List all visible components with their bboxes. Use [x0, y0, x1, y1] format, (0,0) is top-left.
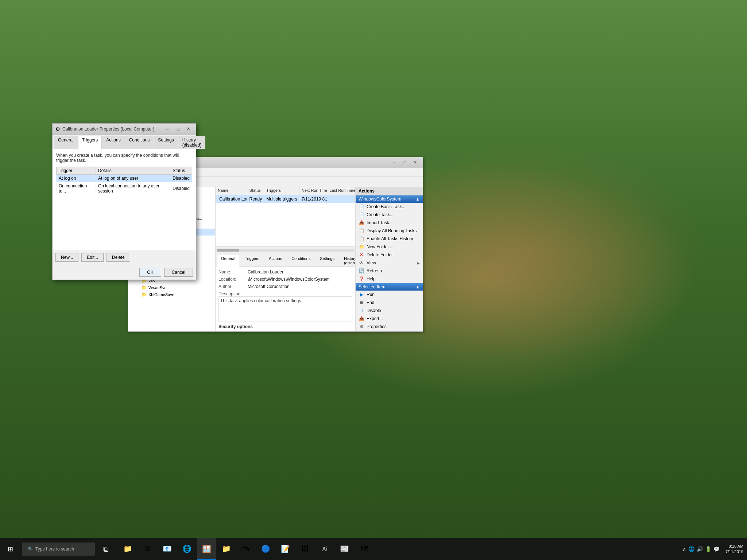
dialog-tab-triggers[interactable]: Triggers — [78, 136, 102, 149]
table-row[interactable]: Calibration Loader Ready Multiple trigge… — [216, 195, 355, 203]
tab-general[interactable]: General — [217, 255, 239, 267]
taskbar-app-maps[interactable]: 🗺 — [355, 538, 374, 560]
action-run[interactable]: ▶ Run — [356, 291, 423, 299]
tab-history[interactable]: History (disabled) — [340, 255, 355, 266]
task-name: Calibration Loader — [216, 196, 247, 202]
dialog-tab-actions[interactable]: Actions — [102, 136, 124, 149]
minimize-button[interactable]: ─ — [390, 159, 399, 166]
ok-button[interactable]: OK — [139, 268, 161, 277]
trigger-col-status[interactable]: Status — [170, 167, 192, 175]
trigger-row2-details: On local connection to any user session — [96, 182, 170, 195]
tab-settings[interactable]: Settings — [316, 255, 338, 266]
tree-xblgamesave[interactable]: 📁 XblGameSave — [128, 291, 215, 298]
table-row[interactable]: On connection to... On local connection … — [57, 182, 192, 195]
dialog-tab-conditions[interactable]: Conditions — [125, 136, 154, 149]
action-disable[interactable]: ⏸ Disable — [356, 307, 423, 315]
tray-chevron-icon[interactable]: ∧ — [682, 546, 686, 552]
action-refresh[interactable]: 🔄 Refresh — [356, 267, 423, 275]
new-folder-icon: 📁 — [359, 244, 364, 250]
scroll-area[interactable] — [216, 246, 355, 253]
col-status-header[interactable]: Status — [247, 187, 264, 195]
maps-icon: 🗺 — [360, 545, 368, 553]
tray-clock[interactable]: 8:18 AM 7/11/2019 — [725, 544, 743, 555]
action-end[interactable]: ⏹ End — [356, 299, 423, 307]
search-box[interactable]: 🔍 Type here to search — [22, 542, 95, 556]
col-triggers-header[interactable]: Triggers — [264, 187, 299, 195]
props-maximize-button[interactable]: □ — [173, 125, 183, 133]
dialog-tab-settings[interactable]: Settings — [154, 136, 178, 149]
tray-network-icon[interactable]: 🌐 — [688, 546, 694, 552]
tray-battery-icon[interactable]: 🔋 — [705, 546, 711, 552]
taskbar-app-photos[interactable]: 🖼 — [295, 538, 314, 560]
table-row[interactable]: At log on At log on of any user Disabled — [57, 175, 192, 182]
section-collapse-icon: ▲ — [415, 197, 420, 202]
new-trigger-button[interactable]: New... — [55, 253, 78, 262]
action-properties[interactable]: ⚙ Properties — [356, 323, 423, 331]
tree-wwansvc-label: WwanSvc — [148, 285, 166, 290]
action-view[interactable]: 👁 View ▶ — [356, 259, 423, 267]
taskbar-app-settings[interactable]: ⚙ — [138, 538, 157, 560]
tab-conditions[interactable]: Conditions — [287, 255, 314, 266]
view-icon: 👁 — [359, 260, 364, 266]
taskbar-app-ai[interactable]: Ai — [315, 538, 334, 560]
delete-trigger-button[interactable]: Delete — [107, 253, 130, 262]
cancel-button[interactable]: Cancel — [164, 268, 193, 277]
tree-wwansvc[interactable]: 📁 WwanSvc — [128, 284, 215, 291]
taskbar-app-store[interactable]: 🛍 — [236, 538, 255, 560]
tab-triggers[interactable]: Triggers — [241, 255, 263, 266]
action-create-task[interactable]: 📄 Create Task... — [356, 211, 423, 219]
trigger-col-details[interactable]: Details — [96, 167, 170, 175]
tray-message-icon[interactable]: 💬 — [713, 546, 720, 552]
end-icon: ⏹ — [359, 300, 364, 306]
detail-author-value: Microsoft Corporation — [248, 284, 290, 289]
action-import-task[interactable]: 📥 Import Task... — [356, 219, 423, 227]
search-icon: 🔍 — [28, 547, 33, 552]
action-refresh-label: Refresh — [367, 268, 382, 273]
properties-icon: ⚙ — [359, 324, 364, 330]
action-export[interactable]: 📤 Export... — [356, 315, 423, 323]
action-new-folder[interactable]: 📁 New Folder... — [356, 243, 423, 251]
col-next-header[interactable]: Next Run Time — [299, 187, 328, 195]
action-delete[interactable]: ✕ Delete — [356, 331, 423, 331]
taskbar-app-files[interactable]: 📁 — [217, 538, 236, 560]
taskbar-app-edge[interactable]: 🌐 — [177, 538, 196, 560]
tray-time-display: 8:18 AM — [725, 544, 743, 549]
action-create-task-label: Create Task... — [367, 212, 394, 217]
maximize-button[interactable]: □ — [400, 159, 410, 166]
tab-actions[interactable]: Actions — [265, 255, 286, 266]
edit-trigger-button[interactable]: Edit... — [81, 253, 104, 262]
chrome-icon: 🔵 — [261, 544, 270, 553]
start-button[interactable]: ⊞ — [0, 538, 20, 560]
action-delete-folder[interactable]: ✕ Delete Folder — [356, 251, 423, 259]
col-last-header[interactable]: Last Run Time — [327, 187, 355, 195]
col-name-header[interactable]: Name — [216, 187, 247, 195]
actions-section-wincolor-header[interactable]: WindowsColorSystem ▲ — [356, 195, 423, 203]
action-create-basic[interactable]: 📄 Create Basic Task... — [356, 203, 423, 211]
tray-volume-icon[interactable]: 🔊 — [697, 546, 703, 552]
dialog-buttons: New... Edit... Delete — [53, 250, 196, 265]
dialog-tab-history[interactable]: History (disabled) — [178, 136, 206, 149]
close-button[interactable]: ✕ — [410, 159, 420, 166]
taskbar-app-window[interactable]: 🪟 — [197, 538, 216, 560]
props-close-button[interactable]: ✕ — [183, 125, 193, 133]
action-enable-history[interactable]: 📋 Enable All Tasks History — [356, 235, 423, 243]
taskbar: ⊞ 🔍 Type here to search ⧉ 📁 ⚙ 📧 🌐 🪟 📁 🛍 — [0, 538, 747, 560]
security-section-title: Security options — [218, 324, 352, 329]
taskbar-app-mail[interactable]: 📧 — [158, 538, 177, 560]
props-minimize-button[interactable]: ─ — [163, 125, 173, 133]
action-help-wincolor[interactable]: ❓ Help — [356, 275, 423, 283]
actions-section-selected-header[interactable]: Selected Item ▲ — [356, 283, 423, 291]
taskbar-tray: ∧ 🌐 🔊 🔋 💬 8:18 AM 7/11/2019 — [682, 544, 747, 555]
taskbar-app-chrome[interactable]: 🔵 — [256, 538, 275, 560]
tray-icons: ∧ 🌐 🔊 🔋 💬 — [682, 546, 720, 552]
trigger-table: Trigger Details Status At log on At log … — [56, 167, 192, 195]
taskbar-app-explorer[interactable]: 📁 — [118, 538, 137, 560]
search-placeholder: Type here to search — [35, 547, 74, 552]
action-display-running[interactable]: 📋 Display All Running Tasks — [356, 227, 423, 235]
trigger-col-trigger[interactable]: Trigger — [57, 167, 96, 175]
dialog-tab-general[interactable]: General — [54, 136, 78, 149]
taskbar-app-word[interactable]: 📝 — [276, 538, 295, 560]
taskbar-app-news[interactable]: 📰 — [335, 538, 354, 560]
start-icon: ⊞ — [8, 545, 13, 553]
task-view-button[interactable]: ⧉ — [96, 538, 115, 560]
